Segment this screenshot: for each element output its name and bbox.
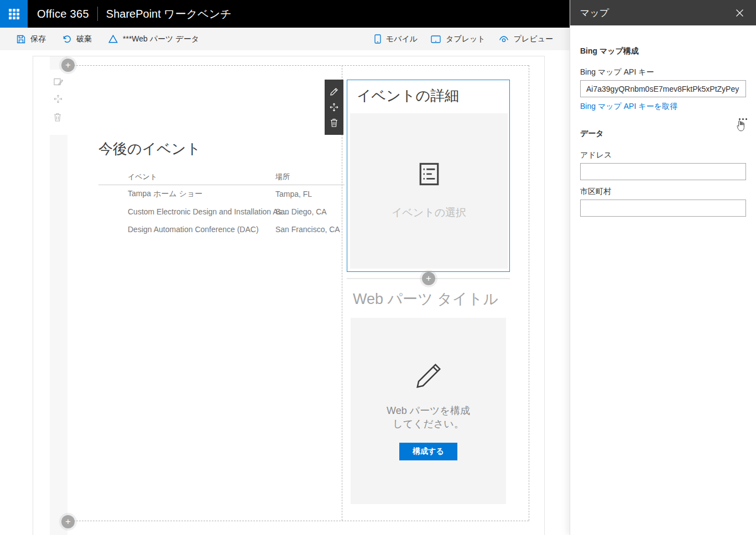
mobile-icon [374, 34, 381, 44]
add-section-button-top[interactable]: + [61, 59, 75, 72]
address-label: アドレス [580, 150, 612, 160]
event-cell: Design Automation Conference (DAC) [128, 225, 259, 234]
events-table-header: イベント 場所 [98, 171, 345, 185]
suite-bar: Office 365 SharePoint ワークベンチ [0, 0, 570, 28]
more-options-icon[interactable] [738, 117, 748, 121]
events-webpart-title: 今後のイベント [98, 139, 201, 159]
save-label: 保存 [30, 34, 46, 44]
webpart-data-label: ***Web パーツ データ [123, 34, 199, 44]
document-list-icon [419, 162, 439, 186]
city-label: 市区町村 [580, 187, 611, 197]
property-pane-header: マップ [570, 0, 756, 25]
move-webpart-icon[interactable] [330, 103, 338, 112]
api-key-input[interactable] [580, 80, 746, 97]
plus-icon: + [426, 273, 431, 284]
add-section-button-bottom[interactable]: + [61, 515, 75, 528]
preview-eye-icon [499, 35, 509, 43]
mobile-preview-button[interactable]: モバイル [374, 34, 418, 44]
event-cell: Custom Electronic Design and Installatio… [128, 207, 288, 216]
select-event-label: イベントの選択 [392, 206, 466, 220]
app-launcher-button[interactable] [0, 0, 28, 28]
table-row[interactable]: Design Automation Conference (DAC) San F… [98, 221, 345, 238]
sharepoint-workbench: { "top_bar": { "brand": "Office 365", "a… [0, 0, 756, 535]
api-key-label: Bing マップ API キー [580, 67, 654, 77]
column-header-location: 場所 [275, 172, 290, 182]
table-row[interactable]: Tampa ホーム ショー Tampa, FL [98, 185, 345, 203]
section-border-top [68, 65, 529, 66]
save-button[interactable]: 保存 [17, 34, 46, 44]
address-input[interactable] [580, 163, 746, 180]
save-icon [17, 35, 25, 44]
brand-label: Office 365 [37, 8, 89, 20]
configure-message-line2: してください。 [351, 417, 506, 431]
location-cell: San Francisco, CA [275, 225, 340, 234]
preview-label: プレビュー [514, 34, 553, 44]
discard-label: 破棄 [76, 34, 92, 44]
tablet-label: タブレット [446, 34, 486, 44]
configure-button[interactable]: 構成する [399, 443, 457, 460]
edit-webpart-icon[interactable] [330, 87, 338, 96]
webpart-data-button[interactable]: ***Web パーツ データ [108, 34, 199, 44]
plus-icon: + [65, 516, 71, 527]
workbench-canvas: + + 今後のイベント イベント 場所 Tampa ホーム ショー Tampa,… [33, 56, 545, 535]
add-webpart-button[interactable]: + [422, 272, 435, 285]
get-api-key-link[interactable]: Bing マップ API キーを取得 [580, 102, 677, 112]
map-webpart-placeholder: Web パーツを構成 してください。 構成する [351, 318, 506, 504]
mouse-cursor-hand-icon [736, 120, 747, 132]
events-table: イベント 場所 Tampa ホーム ショー Tampa, FL Custom E… [98, 171, 345, 238]
data-section-heading: データ [580, 129, 604, 139]
move-section-icon[interactable] [54, 95, 62, 103]
bing-config-heading: Bing マップ構成 [580, 46, 639, 56]
section-border-bottom [68, 521, 529, 521]
configure-message-line1: Web パーツを構成 [351, 404, 506, 417]
property-pane: マップ Bing マップ構成 Bing マップ API キー Bing マップ … [570, 0, 756, 535]
event-details-webpart[interactable]: イベントの詳細 イベントの選択 [347, 80, 510, 272]
suite-bar-divider [97, 7, 98, 21]
discard-button[interactable]: 破棄 [62, 34, 92, 44]
close-icon[interactable] [733, 7, 746, 19]
undo-icon [62, 35, 71, 44]
command-bar: 保存 破棄 ***Web パーツ データ モバイル タブレット プレビュー [0, 28, 570, 50]
tablet-icon [431, 35, 441, 43]
location-cell: Tampa, FL [275, 190, 312, 198]
delete-section-icon[interactable] [54, 113, 61, 122]
warning-triangle-icon [108, 35, 118, 43]
table-row[interactable]: Custom Electronic Design and Installatio… [98, 203, 345, 221]
event-cell: Tampa ホーム ショー [128, 189, 202, 199]
workbench-title: SharePoint ワークベンチ [106, 7, 232, 22]
details-placeholder: イベントの選択 [350, 113, 508, 269]
delete-webpart-icon[interactable] [330, 118, 338, 127]
section-border-right [529, 65, 529, 521]
waffle-icon [9, 9, 19, 19]
pencil-icon [414, 361, 444, 391]
column-header-event: イベント [128, 172, 157, 182]
configure-message: Web パーツを構成 してください。 [351, 404, 506, 431]
map-webpart-title: Web パーツ タイトル [353, 289, 498, 309]
location-cell: San Diego, CA [275, 207, 327, 216]
edit-section-icon[interactable] [54, 77, 63, 86]
webpart-toolbar [325, 80, 343, 135]
tablet-preview-button[interactable]: タブレット [431, 34, 486, 44]
mobile-label: モバイル [386, 34, 418, 44]
property-pane-title: マップ [580, 7, 609, 19]
preview-button[interactable]: プレビュー [499, 34, 553, 44]
details-webpart-title: イベントの詳細 [357, 86, 459, 106]
plus-icon: + [65, 60, 71, 71]
city-input[interactable] [580, 200, 746, 217]
